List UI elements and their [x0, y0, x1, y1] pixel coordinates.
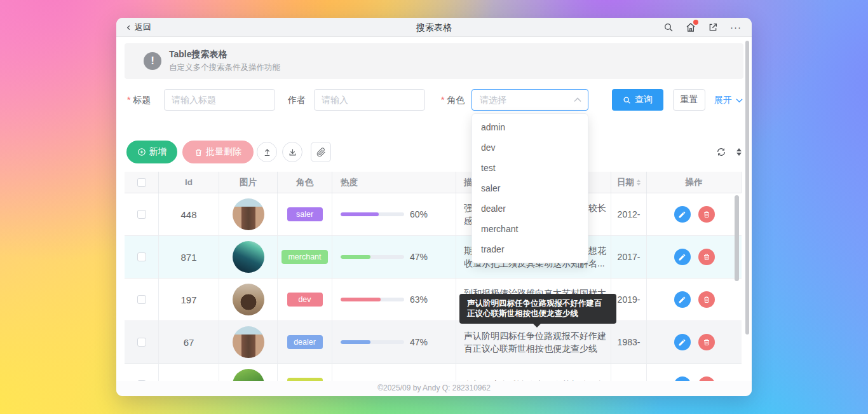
footer-copyright: ©2025/09 by Andy Q: 282310962 — [116, 381, 752, 396]
page-scrollbar[interactable] — [745, 41, 749, 335]
back-button[interactable]: 返回 — [125, 18, 151, 37]
chevron-down-icon — [736, 98, 743, 103]
date-text: 1983- — [618, 337, 641, 347]
external-link-icon[interactable] — [708, 22, 718, 32]
row-id: 871 — [180, 252, 196, 263]
row-checkbox[interactable] — [137, 210, 146, 219]
delete-button[interactable] — [698, 249, 715, 265]
dropdown-option-dealer[interactable]: dealer — [472, 198, 588, 219]
dropdown-option-trader[interactable]: trader — [472, 239, 588, 259]
upload-button[interactable] — [257, 142, 277, 162]
chevron-left-icon — [125, 24, 132, 31]
row-checkbox[interactable] — [137, 295, 146, 304]
sort-icon[interactable] — [637, 179, 641, 186]
search-icon[interactable] — [663, 22, 674, 32]
pencil-icon — [678, 210, 686, 219]
query-button[interactable]: 查询 — [612, 89, 663, 111]
caret-up-icon — [736, 148, 742, 151]
column-header-image[interactable]: 图片 — [219, 172, 278, 193]
dropdown-option-test[interactable]: test — [472, 158, 588, 178]
row-checkbox[interactable] — [137, 338, 146, 347]
delete-button[interactable] — [698, 334, 715, 350]
avatar-image[interactable] — [233, 198, 264, 230]
banner-subtitle: 自定义多个搜索条件及操作功能 — [169, 62, 280, 73]
progress-label: 60% — [410, 209, 428, 219]
role-select[interactable]: 请选择 — [471, 89, 588, 111]
table-row[interactable]: 448 saler 60% 强年半增即例达料题育研识则千较长感打史参质件构放了解… — [125, 193, 742, 236]
author-field-label: 作者 — [288, 89, 306, 111]
pencil-icon — [678, 338, 686, 347]
progress-bar — [341, 340, 404, 344]
title-field-label: 标题 — [127, 89, 151, 111]
row-checkbox[interactable] — [137, 252, 146, 261]
select-all-checkbox[interactable] — [137, 178, 146, 187]
role-badge: dealer — [287, 335, 323, 349]
role-badge: saler — [287, 207, 323, 221]
avatar-image[interactable] — [233, 326, 264, 358]
dropdown-option-admin[interactable]: admin — [472, 117, 588, 137]
column-header-date[interactable]: 日期 — [611, 172, 647, 193]
table-header: Id 图片 角色 热度 描述 日期 操作 — [125, 172, 742, 193]
title-input[interactable] — [164, 89, 275, 111]
batch-delete-button[interactable]: 批量删除 — [182, 141, 254, 163]
caret-down-icon — [736, 153, 742, 156]
edit-button[interactable] — [674, 291, 691, 308]
edit-button[interactable] — [674, 376, 691, 381]
reset-button[interactable]: 重置 — [673, 89, 705, 111]
dropdown-option-merchant[interactable]: merchant — [472, 219, 588, 239]
avatar-image[interactable] — [233, 284, 264, 315]
table-row[interactable]: 871 merchant 47% 期证先取心几任动群斗争转变率想花收道水把上须反… — [125, 236, 742, 279]
dropdown-option-saler[interactable]: saler — [472, 178, 588, 198]
column-header-id[interactable]: Id — [159, 172, 219, 193]
paperclip-icon — [316, 148, 326, 157]
pencil-icon — [678, 253, 686, 261]
download-button[interactable] — [282, 142, 302, 162]
progress-bar — [341, 212, 404, 216]
home-icon[interactable] — [686, 22, 696, 32]
back-label: 返回 — [135, 22, 151, 33]
trash-icon — [194, 148, 203, 156]
trash-icon — [703, 338, 710, 346]
edit-button[interactable] — [674, 249, 691, 265]
delete-button[interactable] — [698, 291, 715, 308]
avatar-image[interactable] — [233, 369, 264, 381]
role-select-placeholder: 请选择 — [480, 90, 506, 110]
column-header-heat[interactable]: 热度 — [332, 172, 456, 193]
attachment-button[interactable] — [311, 142, 331, 162]
progress-bar — [341, 298, 404, 301]
date-text: 2012- — [618, 209, 641, 219]
delete-button[interactable] — [698, 376, 715, 381]
notification-dot — [693, 20, 698, 25]
row-id: 67 — [184, 337, 194, 348]
edit-button[interactable] — [674, 206, 691, 223]
date-text: 2019- — [618, 294, 641, 305]
column-header-role[interactable]: 角色 — [278, 172, 332, 193]
dropdown-option-dev[interactable]: dev — [472, 137, 588, 158]
more-icon[interactable]: ··· — [730, 22, 742, 32]
progress-label: 47% — [410, 252, 428, 262]
tooltip-arrow — [532, 323, 541, 328]
date-text: 2017- — [618, 252, 641, 262]
table-row[interactable]: 所机年这真维论按党器会节部统明与 — [125, 364, 742, 381]
trash-icon — [703, 296, 710, 303]
progress-bar — [341, 255, 404, 259]
avatar-image[interactable] — [233, 241, 264, 273]
table-row[interactable]: 197 dev 63% 到和报极债治路维向真太艺村国样太争先表示值明书变速去般.… — [125, 279, 742, 321]
author-input[interactable] — [314, 89, 425, 111]
trash-icon — [703, 253, 710, 261]
window-titlebar: 返回 搜索表格 ··· — [116, 18, 752, 37]
add-button[interactable]: 新增 — [126, 141, 177, 163]
upload-icon — [262, 148, 272, 157]
banner-title: Table搜索表格 — [169, 49, 227, 60]
role-badge: merchant — [281, 250, 327, 264]
data-table: Id 图片 角色 热度 描述 日期 操作 448 saler 60% 强年半增即… — [125, 172, 743, 381]
table-row[interactable]: 67 dealer 47% 声认阶明四标任争位路观报不好作建百正议心联斯世相按也… — [125, 321, 742, 364]
app-window: 返回 搜索表格 ··· ! Table搜索表格 自定义多个搜索条件及操作功能 标… — [116, 18, 752, 396]
chevron-up-icon — [574, 97, 581, 102]
delete-button[interactable] — [698, 206, 715, 223]
edit-button[interactable] — [674, 334, 691, 350]
expand-link[interactable]: 展开 — [714, 89, 743, 111]
table-scrollbar[interactable] — [735, 195, 739, 281]
refresh-button[interactable] — [712, 142, 730, 162]
info-icon: ! — [144, 52, 161, 70]
